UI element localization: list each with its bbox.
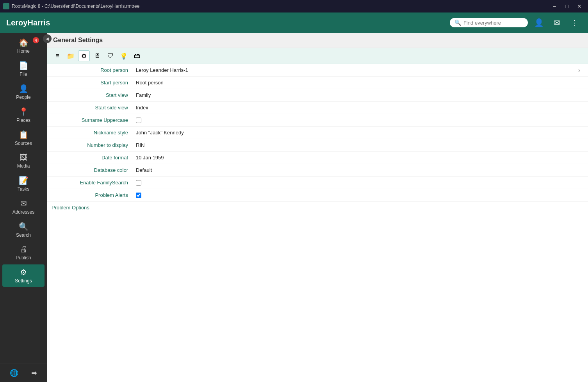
people-icon: 👤 [19, 84, 29, 93]
settings-toolbar-database[interactable]: 🗃 [131, 50, 143, 61]
settings-form: Root person Leroy Leander Harris-1 › Sta… [47, 64, 588, 214]
sidebar-item-sources[interactable]: 📋 Sources [2, 127, 45, 149]
settings-row-nickname-style: Nickname style John "Jack" Kennedy [47, 127, 588, 139]
settings-toolbar-bulb[interactable]: 💡 [118, 50, 130, 61]
label-start-person: Start person [47, 77, 133, 88]
shield-settings-icon: 🛡 [107, 52, 114, 59]
value-nickname-style[interactable]: John "Jack" Kennedy [133, 127, 588, 138]
main-layout: ◀ 🏠 Home 4 📄 File 👤 People 📍 Places 📋 So… [0, 33, 588, 382]
sidebar-bottom: 🌐 ➡ [0, 364, 47, 382]
sidebar-item-label-home: Home [17, 48, 30, 54]
sidebar-collapse-button[interactable]: ◀ [43, 34, 52, 43]
sidebar-item-tasks[interactable]: 📝 Tasks [2, 173, 45, 195]
sidebar-item-media[interactable]: 🖼 Media [2, 150, 45, 172]
exit-button[interactable]: ➡ [30, 367, 39, 379]
settings-row-surname-uppercase: Surname Uppercase [47, 114, 588, 127]
addresses-icon: ✉ [20, 199, 27, 208]
settings-toolbar: ≡ 📁 ⚙ 🖥 🛡 💡 🗃 [47, 48, 588, 64]
sidebar-item-people[interactable]: 👤 People [2, 81, 45, 103]
places-icon: 📍 [19, 107, 29, 116]
settings-page-header: General Settings [47, 33, 588, 48]
publish-icon: 🖨 [20, 245, 27, 254]
settings-toolbar-gear[interactable]: ⚙ [78, 50, 90, 61]
label-start-view: Start view [47, 90, 133, 100]
checkbox-problem-alerts[interactable] [136, 193, 141, 198]
title-bar: RootsMagic 8 - C:\Users\fendi\Documents\… [0, 0, 588, 12]
app-title: LeroyHarris [6, 18, 50, 27]
sidebar-item-label-people: People [16, 95, 30, 100]
app-icon [3, 3, 9, 9]
value-enable-familysearch[interactable] [133, 178, 588, 188]
value-root-person[interactable]: Leroy Leander Harris-1 › [133, 64, 588, 76]
search-sidebar-icon: 🔍 [19, 222, 29, 231]
sidebar-item-label-settings: Settings [15, 278, 32, 284]
sidebar-item-file[interactable]: 📄 File [2, 58, 45, 80]
label-surname-uppercase: Surname Uppercase [47, 115, 133, 125]
checkbox-enable-familysearch[interactable] [136, 180, 141, 186]
bulb-settings-icon: 💡 [120, 52, 128, 60]
label-problem-alerts: Problem Alerts [47, 190, 133, 200]
label-date-format: Date format [47, 152, 133, 163]
sidebar-item-publish[interactable]: 🖨 Publish [2, 242, 45, 264]
app-bar: LeroyHarris 🔍 👤 ✉ ⋮ [0, 12, 588, 33]
settings-toolbar-folder[interactable]: 📁 [65, 50, 77, 61]
settings-row-database-color: Database color Default [47, 164, 588, 177]
settings-toolbar-monitor[interactable]: 🖥 [91, 50, 103, 61]
settings-row-start-side-view: Start side view Index [47, 102, 588, 114]
sources-icon: 📋 [19, 130, 29, 139]
sidebar-item-label-publish: Publish [16, 255, 31, 261]
settings-row-enable-familysearch: Enable FamilySearch [47, 177, 588, 189]
find-everywhere-search[interactable]: 🔍 [450, 18, 528, 27]
value-number-to-display[interactable]: RIN [133, 140, 588, 150]
label-root-person: Root person [47, 65, 133, 75]
globe-button[interactable]: 🌐 [8, 367, 20, 379]
settings-row-problem-alerts: Problem Alerts [47, 189, 588, 202]
title-bar-left: RootsMagic 8 - C:\Users\fendi\Documents\… [3, 3, 139, 9]
value-date-format[interactable]: 10 Jan 1959 [133, 152, 588, 163]
general-settings-icon: ≡ [55, 52, 59, 59]
more-menu-button[interactable]: ⋮ [568, 16, 582, 30]
settings-icon: ⚙ [20, 268, 27, 277]
search-icon: 🔍 [454, 20, 461, 26]
sidebar-item-places[interactable]: 📍 Places [2, 104, 45, 126]
app-bar-right: 🔍 👤 ✉ ⋮ [450, 16, 582, 30]
search-input[interactable] [463, 20, 523, 26]
value-surname-uppercase[interactable] [133, 115, 588, 125]
root-person-arrow-icon: › [578, 67, 585, 74]
value-start-person[interactable]: Root person [133, 77, 588, 88]
settings-row-start-view: Start view Family [47, 89, 588, 102]
checkbox-surname-uppercase[interactable] [136, 118, 141, 123]
settings-row-number-to-display: Number to display RIN [47, 139, 588, 152]
label-nickname-style: Nickname style [47, 127, 133, 138]
settings-toolbar-shield[interactable]: 🛡 [105, 50, 116, 61]
value-start-side-view[interactable]: Index [133, 102, 588, 113]
settings-row-root-person: Root person Leroy Leander Harris-1 › [47, 64, 588, 77]
settings-toolbar-general[interactable]: ≡ [52, 50, 63, 61]
person-icon-button[interactable]: 👤 [532, 16, 546, 30]
mail-icon-button[interactable]: ✉ [550, 16, 564, 30]
media-icon: 🖼 [20, 153, 27, 162]
sidebar-item-label-media: Media [17, 163, 30, 169]
tasks-icon: 📝 [19, 176, 29, 185]
label-database-color: Database color [47, 165, 133, 175]
value-problem-alerts[interactable] [133, 190, 588, 200]
problem-options-link[interactable]: Problem Options [47, 202, 588, 214]
database-settings-icon: 🗃 [134, 52, 140, 59]
minimize-button[interactable]: − [549, 1, 560, 12]
close-button[interactable]: ✕ [574, 1, 585, 12]
value-database-color[interactable]: Default [133, 165, 588, 175]
sidebar-item-label-sources: Sources [15, 141, 32, 146]
sidebar-item-addresses[interactable]: ✉ Addresses [2, 196, 45, 218]
sidebar-item-label-tasks: Tasks [18, 186, 30, 192]
maximize-button[interactable]: □ [561, 1, 572, 12]
sidebar-item-label-addresses: Addresses [12, 209, 35, 215]
content-area: General Settings ≡ 📁 ⚙ 🖥 🛡 💡 🗃 [47, 33, 588, 382]
sidebar-item-home[interactable]: 🏠 Home 4 [2, 35, 45, 57]
sidebar-item-settings[interactable]: ⚙ Settings [2, 264, 45, 287]
settings-row-date-format: Date format 10 Jan 1959 [47, 152, 588, 164]
value-start-view[interactable]: Family [133, 90, 588, 100]
home-badge: 4 [33, 37, 39, 43]
monitor-settings-icon: 🖥 [94, 52, 100, 59]
sidebar-item-label-places: Places [16, 118, 30, 123]
sidebar-item-search[interactable]: 🔍 Search [2, 219, 45, 241]
